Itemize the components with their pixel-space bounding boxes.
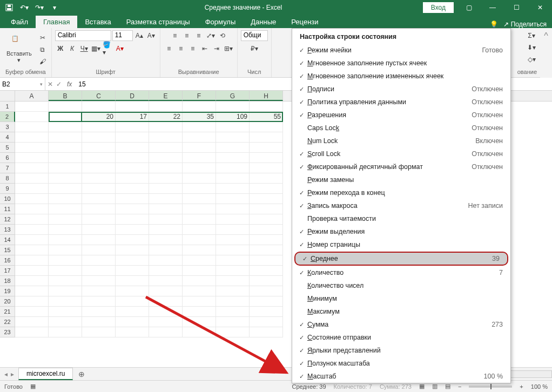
cell[interactable] — [82, 317, 116, 327]
row-header[interactable]: 1 — [0, 102, 15, 112]
cell[interactable] — [250, 163, 283, 173]
merge-icon[interactable]: ⊞▾ — [223, 43, 234, 54]
cell[interactable] — [82, 255, 116, 266]
cell[interactable] — [15, 296, 49, 307]
close-icon[interactable]: ✕ — [528, 0, 552, 15]
ctx-item[interactable]: ✓ПодписиОтключен — [292, 83, 510, 96]
cell[interactable] — [49, 102, 82, 112]
cell[interactable] — [216, 122, 250, 132]
row-header[interactable]: 17 — [0, 266, 15, 276]
align-bottom-icon[interactable]: ≡ — [193, 30, 204, 41]
cell[interactable] — [49, 276, 82, 286]
cell[interactable]: 22 — [149, 112, 183, 122]
column-header[interactable]: C — [82, 91, 116, 101]
cell[interactable]: 109 — [216, 112, 250, 122]
cell[interactable] — [82, 194, 116, 204]
cell[interactable] — [183, 194, 216, 204]
cell[interactable] — [216, 225, 250, 235]
cell[interactable] — [116, 286, 149, 296]
cell[interactable] — [116, 184, 149, 194]
cell[interactable] — [216, 317, 250, 327]
bold-button[interactable]: Ж — [55, 43, 66, 54]
macro-record-icon[interactable]: ▦ — [30, 383, 36, 390]
cell[interactable] — [250, 286, 283, 296]
cell[interactable] — [250, 194, 283, 204]
cell[interactable] — [183, 132, 216, 143]
cell[interactable] — [49, 255, 82, 266]
row-header[interactable]: 12 — [0, 214, 15, 225]
number-format-select[interactable]: Общи — [241, 30, 268, 41]
ctx-item[interactable]: Режим замены — [292, 173, 510, 186]
cell[interactable] — [216, 102, 250, 112]
cell[interactable] — [216, 132, 250, 143]
shrink-font-icon[interactable]: A▾ — [146, 30, 157, 41]
cell[interactable] — [116, 235, 149, 245]
cell[interactable] — [15, 317, 49, 327]
cell[interactable] — [183, 102, 216, 112]
cell[interactable] — [116, 255, 149, 266]
cell[interactable] — [183, 307, 216, 317]
cell[interactable] — [15, 194, 49, 204]
clear-icon[interactable]: ◇▾ — [526, 54, 537, 65]
share-button[interactable]: ↗ Поделиться — [503, 21, 547, 28]
cell[interactable] — [82, 225, 116, 235]
cell[interactable] — [49, 173, 82, 184]
cell[interactable] — [149, 245, 183, 255]
cell[interactable] — [250, 276, 283, 286]
ctx-item[interactable]: Проверка читаемости — [292, 212, 510, 225]
ctx-item[interactable]: ✓Мгновенное заполнение измененных ячеек — [292, 70, 510, 83]
cell[interactable] — [149, 173, 183, 184]
cell[interactable] — [49, 143, 82, 153]
row-header[interactable]: 23 — [0, 327, 15, 337]
tab-formulas[interactable]: Формулы — [198, 16, 244, 28]
cell[interactable] — [82, 102, 116, 112]
orientation-icon[interactable]: ⤢▾ — [205, 30, 216, 41]
row-header[interactable]: 21 — [0, 307, 15, 317]
currency-icon[interactable]: ₽▾ — [249, 43, 260, 54]
cell[interactable] — [15, 245, 49, 255]
cell[interactable] — [216, 286, 250, 296]
column-header[interactable]: A — [15, 91, 49, 101]
cell[interactable] — [216, 204, 250, 214]
copy-icon[interactable]: ⧉ — [37, 44, 48, 55]
cell[interactable] — [250, 327, 283, 337]
row-header[interactable]: 2 — [0, 112, 15, 122]
sheet-tab[interactable]: microexcel.ru — [18, 368, 73, 380]
cell[interactable] — [116, 214, 149, 225]
cell[interactable] — [116, 245, 149, 255]
cell[interactable] — [49, 327, 82, 337]
ctx-item[interactable]: Максимум — [292, 305, 510, 318]
cell[interactable] — [49, 286, 82, 296]
ctx-item[interactable]: ✓Номер страницы — [292, 238, 510, 251]
ctx-item[interactable]: Num LockВключен — [292, 134, 510, 147]
cell[interactable] — [183, 153, 216, 163]
wrap-text-icon[interactable]: ⟲ — [217, 30, 228, 41]
cell[interactable] — [82, 235, 116, 245]
cell[interactable] — [82, 327, 116, 337]
align-right-icon[interactable]: ≡ — [187, 43, 198, 54]
cell[interactable] — [116, 153, 149, 163]
cell[interactable] — [15, 214, 49, 225]
cell[interactable] — [149, 163, 183, 173]
cell[interactable] — [15, 327, 49, 337]
cell[interactable] — [49, 204, 82, 214]
cell[interactable] — [49, 266, 82, 276]
cell[interactable] — [49, 225, 82, 235]
cell[interactable] — [250, 317, 283, 327]
cell[interactable] — [116, 163, 149, 173]
tab-insert[interactable]: Вставка — [77, 16, 118, 28]
cell[interactable] — [216, 194, 250, 204]
ctx-item[interactable]: ✓Политика управления даннымиОтключен — [292, 96, 510, 109]
zoom-in-icon[interactable]: + — [520, 383, 523, 390]
cell[interactable] — [15, 204, 49, 214]
cell[interactable] — [49, 307, 82, 317]
zoom-out-icon[interactable]: − — [458, 383, 461, 390]
cell[interactable] — [216, 235, 250, 245]
row-header[interactable]: 9 — [0, 184, 15, 194]
cell[interactable] — [116, 296, 149, 307]
cell[interactable] — [82, 143, 116, 153]
cell[interactable] — [49, 296, 82, 307]
cell[interactable] — [149, 307, 183, 317]
ctx-item[interactable]: ✓Среднее39 — [294, 252, 508, 266]
row-header[interactable]: 14 — [0, 235, 15, 245]
